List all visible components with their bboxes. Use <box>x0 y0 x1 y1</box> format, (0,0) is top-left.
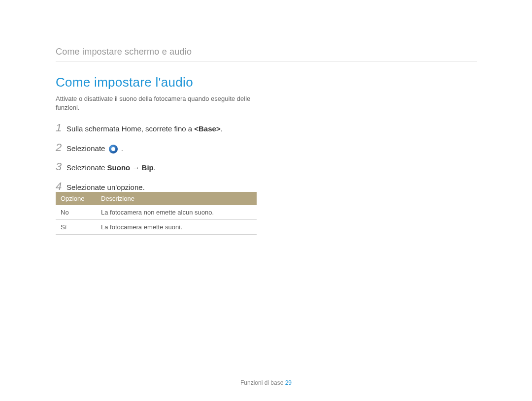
table-row: No La fotocamera non emette alcun suono. <box>56 205 257 220</box>
bold-text: Suono <box>107 163 131 172</box>
cell-description: La fotocamera non emette alcun suono. <box>96 205 257 220</box>
step-text: Selezionate Suono → Bip. <box>66 161 156 174</box>
step-number: 3 <box>56 161 66 173</box>
footer-label: Funzioni di base <box>240 379 285 386</box>
step-1: 1 Sulla schermata Home, scorrete fino a … <box>56 122 223 135</box>
page-title: Come impostare l'audio <box>56 75 193 90</box>
options-table: Opzione Descrizione No La fotocamera non… <box>56 192 257 235</box>
step-text: Selezionate . <box>66 142 123 154</box>
table-header-row: Opzione Descrizione <box>56 192 257 205</box>
divider <box>56 62 477 62</box>
text-fragment: . <box>221 124 223 133</box>
text-fragment: Selezionate <box>66 144 107 153</box>
step-number: 2 <box>56 142 66 154</box>
header-description: Descrizione <box>96 192 257 205</box>
step-text: Selezionate un'opzione. <box>66 181 145 193</box>
steps-list: 1 Sulla schermata Home, scorrete fino a … <box>56 122 223 200</box>
cell-option: No <box>56 205 96 220</box>
page-number: 29 <box>285 379 292 386</box>
cell-description: La fotocamera emette suoni. <box>96 220 257 235</box>
step-4: 4 Selezionate un'opzione. <box>56 181 223 193</box>
step-text: Sulla schermata Home, scorrete fino a <B… <box>66 122 223 135</box>
step-number: 4 <box>56 181 66 192</box>
text-fragment: Selezionate <box>66 163 107 172</box>
cell-option: Sì <box>56 220 96 235</box>
step-2: 2 Selezionate . <box>56 142 223 154</box>
bold-text: <Base> <box>194 124 220 133</box>
footer: Funzioni di base 29 <box>0 379 532 386</box>
intro-paragraph: Attivate o disattivate il suono della fo… <box>56 94 263 112</box>
table-row: Sì La fotocamera emette suoni. <box>56 220 257 235</box>
arrow-text: → <box>130 163 141 172</box>
breadcrumb-section: Come impostare schermo e audio <box>56 47 192 57</box>
header-option: Opzione <box>56 192 96 205</box>
text-fragment: Sulla schermata Home, scorrete fino a <box>66 124 194 133</box>
bold-text: Bip <box>142 163 154 172</box>
text-fragment: . <box>154 163 156 172</box>
text-fragment: . <box>119 144 123 153</box>
step-3: 3 Selezionate Suono → Bip. <box>56 161 223 174</box>
settings-icon <box>109 145 118 154</box>
step-number: 1 <box>56 122 66 134</box>
